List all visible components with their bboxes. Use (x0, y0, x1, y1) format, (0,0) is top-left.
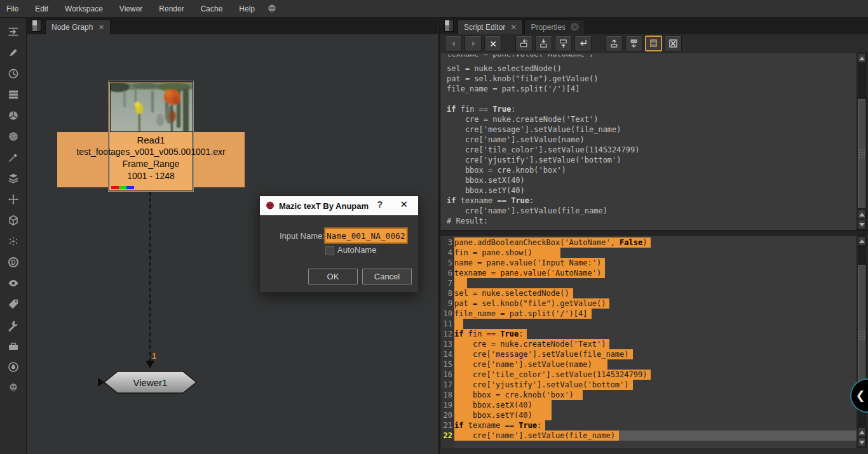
output-line: bbox.setX(40) (447, 175, 857, 185)
code-line: if fin == True: (454, 329, 857, 339)
line-number: 6 (441, 268, 454, 278)
line-number: 9 (441, 298, 454, 309)
filter-icon[interactable] (4, 127, 23, 145)
tab-node-graph[interactable]: Node Graph ✕ (45, 19, 111, 34)
time-icon[interactable] (4, 64, 23, 83)
transform-icon[interactable] (4, 190, 23, 208)
plugin-flame-icon[interactable] (4, 357, 23, 376)
views-icon[interactable] (4, 274, 23, 292)
code-line: bbox.setX(40) (454, 400, 857, 410)
code-line: bbox = cre.knob('box') (454, 390, 857, 400)
other-icon[interactable] (4, 337, 23, 355)
code-line: cre['name'].setValue(file_name) (454, 431, 857, 441)
line-number: 8 (441, 288, 454, 298)
run-script-button[interactable] (574, 36, 592, 51)
keyer-icon[interactable] (4, 148, 23, 166)
tab-script-editor[interactable]: Script Editor ✕ (458, 19, 523, 34)
menu-viewer[interactable]: Viewer (111, 0, 151, 17)
svg-text:D: D (11, 259, 15, 266)
node-connection (149, 192, 151, 362)
save-script-button[interactable] (555, 36, 572, 51)
dialog-titlebar[interactable]: Mazic texT By Anupam ? ✕ (260, 196, 418, 215)
scroll-up-button[interactable] (858, 210, 865, 219)
merge-icon[interactable] (4, 169, 23, 187)
threed-icon[interactable] (4, 211, 23, 229)
scroll-thumb[interactable] (858, 99, 865, 208)
line-number: 15 (441, 359, 454, 370)
line-number: 13 (441, 339, 454, 349)
viewer-node-label: Viewer1 (104, 371, 197, 394)
scroll-up-button[interactable] (858, 236, 865, 246)
particles-icon[interactable] (4, 232, 23, 250)
show-output-only-button[interactable] (625, 36, 642, 51)
code-line (454, 319, 857, 329)
read-node-name: Read1 (57, 134, 245, 146)
scroll-up-button[interactable] (858, 53, 865, 63)
menubar: FileEditWorkspaceViewerRenderCacheHelp (0, 0, 868, 18)
menu-render[interactable]: Render (151, 0, 192, 17)
menu-workspace[interactable]: Workspace (57, 0, 111, 17)
menu-items: FileEditWorkspaceViewerRenderCacheHelp (0, 0, 263, 17)
node-toolbar: D (0, 18, 27, 454)
image-icon[interactable] (4, 22, 23, 41)
output-line-clipped: texname = pane.value('AutoName') (447, 55, 857, 60)
autoname-checkbox[interactable] (325, 246, 334, 255)
cancel-button[interactable]: Cancel (362, 269, 412, 284)
show-both-button[interactable] (645, 36, 662, 51)
draw-icon[interactable] (4, 43, 23, 62)
pane-menu-icon[interactable] (32, 20, 41, 32)
code-line: sel = nuke.selectedNode() (454, 288, 857, 298)
clear-history-button[interactable] (484, 36, 501, 51)
source-script-button[interactable] (515, 36, 532, 51)
close-icon[interactable]: ✕ (98, 23, 104, 31)
menu-help[interactable]: Help (231, 0, 263, 17)
toolsets-icon[interactable] (4, 316, 23, 334)
input-name-field[interactable]: Name_001_NA_0062 (324, 227, 408, 244)
code-line (454, 278, 857, 288)
output-line: file_name = pat.split('/')[4] (447, 84, 857, 94)
input-scrollbar[interactable] (857, 236, 867, 448)
skull-icon[interactable] (4, 378, 23, 397)
scroll-down-button[interactable] (858, 437, 865, 447)
metadata-icon[interactable] (4, 295, 23, 313)
output-line: if fin == True: (447, 104, 857, 114)
color-icon[interactable] (4, 106, 23, 124)
tab-script-editor-label: Script Editor (464, 23, 505, 32)
script-editor-panel: Script Editor ✕ Properties ✕ texname = p… (438, 17, 868, 454)
line-number: 11 (441, 319, 454, 329)
output-scrollbar[interactable] (857, 53, 867, 230)
load-script-button[interactable] (535, 36, 552, 51)
show-input-only-button[interactable] (606, 36, 623, 51)
line-number: 21 (441, 420, 454, 431)
tab-properties[interactable]: Properties ✕ (524, 19, 585, 34)
pane-menu-icon[interactable] (444, 20, 454, 32)
read-node-filename: test_footages_v001_v005.001001.exr (57, 146, 245, 158)
clear-input-button[interactable] (665, 36, 682, 51)
deep-icon[interactable]: D (4, 253, 23, 271)
connection-arrowhead-icon (146, 361, 154, 368)
line-number: 19 (441, 400, 454, 410)
script-editor-tabbar: Script Editor ✕ Properties ✕ (440, 17, 868, 34)
menu-file[interactable]: File (0, 0, 27, 17)
dialog-help-button[interactable]: ? (377, 199, 383, 210)
menu-cache[interactable]: Cache (193, 0, 231, 17)
scroll-up-button[interactable] (858, 427, 865, 437)
dialog-title: Mazic texT By Anupam (279, 201, 369, 211)
script-input-editor[interactable]: 345678910111213141516171819202122 pane.a… (440, 236, 857, 449)
dialog-close-button[interactable]: ✕ (400, 199, 408, 210)
menu-edit[interactable]: Edit (27, 0, 57, 17)
prev-script-button[interactable] (445, 36, 462, 51)
close-icon[interactable]: ✕ (510, 23, 517, 31)
script-output-pane[interactable]: texname = pane.value('AutoName')sel = nu… (440, 53, 857, 231)
close-icon[interactable]: ✕ (571, 23, 579, 31)
next-script-button[interactable] (465, 36, 482, 51)
code-line: pane.addBooleanCheckBox('AutoName', Fals… (454, 237, 857, 248)
code-line: if texname == True: (454, 420, 857, 431)
scroll-down-button[interactable] (858, 220, 865, 229)
node-graph-tabbar: Node Graph ✕ (27, 17, 438, 34)
skull-menu-icon[interactable] (267, 4, 277, 14)
channel-icon[interactable] (4, 85, 23, 103)
code-line: pat = sel.knob("file").getValue() (454, 298, 857, 309)
output-line: bbox.setY(40) (447, 185, 857, 196)
ok-button[interactable]: OK (308, 269, 358, 284)
